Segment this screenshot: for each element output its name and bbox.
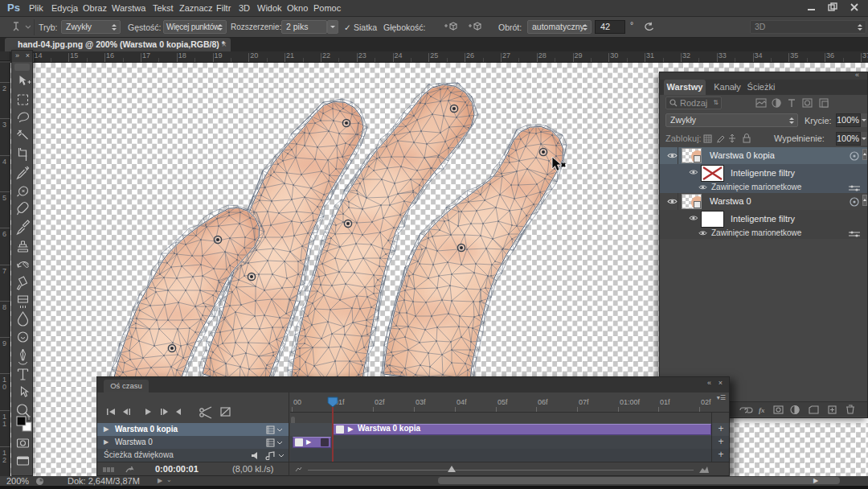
svg-text:fx: fx [759,406,765,414]
